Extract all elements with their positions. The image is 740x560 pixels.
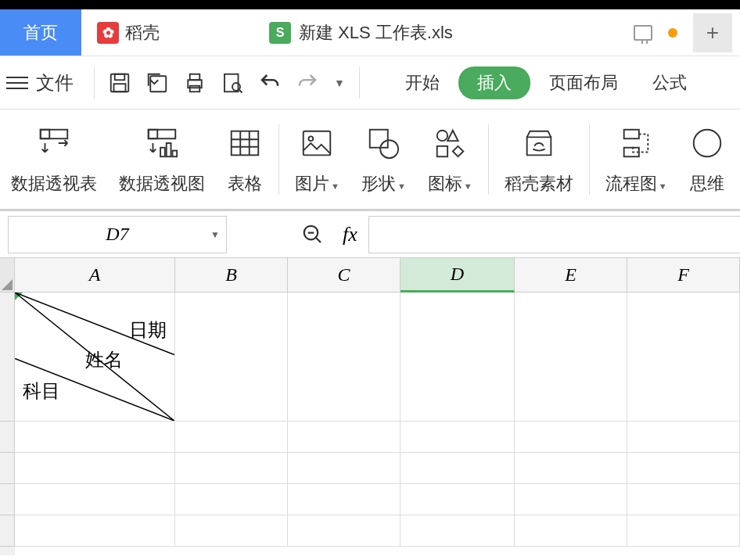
cell[interactable] (627, 422, 740, 453)
zoom-icon[interactable] (297, 219, 329, 250)
print-button[interactable] (179, 67, 210, 99)
col-header-d[interactable]: D (401, 258, 515, 293)
mindmap-button[interactable]: 思维 (678, 124, 736, 196)
cell[interactable] (515, 515, 627, 547)
row-header-5[interactable] (0, 515, 15, 547)
svg-rect-12 (149, 129, 158, 138)
col-header-e[interactable]: E (515, 258, 627, 293)
cell[interactable] (401, 422, 515, 453)
cell[interactable] (175, 515, 288, 547)
xls-file-icon: S (269, 22, 291, 44)
svg-rect-22 (437, 145, 447, 156)
svg-rect-24 (624, 147, 639, 156)
formula-input[interactable] (368, 216, 740, 253)
cell[interactable] (515, 484, 627, 515)
tab-docer[interactable]: ✿ 稻壳 (81, 9, 175, 56)
svg-rect-2 (114, 84, 126, 92)
ribbon-tab-insert[interactable]: 插入 (458, 66, 530, 99)
cell[interactable] (515, 293, 627, 422)
cell[interactable] (627, 515, 740, 547)
table-row: 日期 姓名 科目 (15, 293, 740, 422)
cell[interactable] (401, 293, 515, 422)
cell[interactable] (15, 484, 175, 515)
undo-button[interactable] (254, 67, 286, 99)
cell-a1-diagonal-header[interactable]: 日期 姓名 科目 (15, 293, 175, 422)
cell[interactable] (627, 484, 740, 515)
toolbar-dropdown-icon[interactable]: ▼ (334, 77, 345, 89)
ribbon-tab-formula[interactable]: 公式 (637, 71, 702, 95)
flowchart-button[interactable]: 流程图▼ (595, 124, 678, 196)
tab-file-label: 新建 XLS 工作表.xls (299, 21, 453, 45)
row-header-2[interactable] (0, 422, 15, 453)
redo-button[interactable] (292, 67, 323, 99)
svg-rect-14 (167, 143, 171, 156)
cell[interactable] (515, 453, 627, 484)
col-header-f[interactable]: F (627, 258, 740, 293)
svg-point-8 (232, 83, 240, 91)
ribbon-tab-start[interactable]: 开始 (390, 71, 455, 95)
row-header-4[interactable] (0, 484, 15, 515)
svg-point-18 (309, 136, 314, 141)
column-headers: A B C D E F (15, 258, 740, 293)
docer-icon: ✿ (97, 22, 119, 44)
cell[interactable] (175, 422, 288, 453)
save-as-button[interactable] (142, 67, 173, 99)
cell[interactable] (288, 484, 401, 515)
cell-ref-dropdown-icon[interactable]: ▼ (210, 229, 220, 240)
quick-toolbar: 文件 ▼ 开始 插入 页面布局 公式 (0, 56, 740, 109)
cell[interactable] (15, 453, 175, 484)
document-tabs-bar: 首页 ✿ 稻壳 S 新建 XLS 工作表.xls + (0, 9, 740, 56)
svg-rect-5 (190, 74, 200, 80)
cell[interactable] (627, 453, 740, 484)
row-header-1[interactable] (0, 293, 15, 422)
formula-bar: D7 ▼ fx (0, 211, 740, 258)
picture-button[interactable]: 图片▼ (284, 124, 350, 196)
flowchart-label: 流程图▼ (605, 172, 667, 196)
cell[interactable] (627, 293, 740, 422)
cell[interactable] (401, 515, 515, 547)
hamburger-menu-icon[interactable] (6, 77, 28, 89)
cell[interactable] (401, 484, 515, 515)
cell[interactable] (175, 484, 288, 515)
cell[interactable] (288, 422, 401, 453)
shapes-button[interactable]: 形状▼ (350, 124, 417, 196)
cell[interactable] (175, 453, 288, 484)
cell[interactable] (288, 293, 401, 422)
tab-current-file[interactable]: S 新建 XLS 工作表.xls (253, 9, 469, 56)
svg-rect-15 (172, 150, 177, 156)
cell[interactable] (288, 515, 401, 547)
divider (94, 67, 95, 99)
cell-reference-box[interactable]: D7 ▼ (8, 216, 227, 253)
new-tab-button[interactable]: + (693, 13, 732, 52)
col-header-a[interactable]: A (15, 258, 175, 293)
cell[interactable] (15, 515, 175, 547)
file-menu[interactable]: 文件 (36, 70, 74, 95)
col-header-c[interactable]: C (288, 258, 401, 293)
save-button[interactable] (104, 67, 135, 99)
table-button[interactable]: 表格 (216, 124, 274, 196)
status-dot-icon[interactable] (668, 28, 677, 38)
svg-rect-1 (115, 74, 125, 80)
spreadsheet-grid: A B C D E F 日期 姓名 科目 (0, 258, 740, 555)
icons-button[interactable]: 图标▼ (417, 124, 483, 196)
ribbon-tab-page-layout[interactable]: 页面布局 (533, 71, 634, 95)
table-row (15, 453, 740, 484)
presentation-icon[interactable] (634, 25, 652, 41)
divider (589, 124, 590, 195)
fx-label[interactable]: fx (343, 223, 357, 246)
shapes-label: 形状▼ (361, 172, 406, 196)
cell[interactable] (175, 293, 288, 422)
select-all-corner[interactable] (0, 258, 15, 293)
cell[interactable] (401, 453, 515, 484)
row-header-3[interactable] (0, 453, 15, 484)
col-header-b[interactable]: B (175, 258, 288, 293)
svg-rect-3 (150, 76, 166, 92)
tab-home[interactable]: 首页 (0, 9, 81, 56)
cell[interactable] (515, 422, 627, 453)
pivot-table-button[interactable]: 数据透视表 (0, 124, 108, 196)
docer-material-button[interactable]: 稻壳素材 (494, 124, 584, 196)
print-preview-button[interactable] (217, 67, 248, 99)
cell[interactable] (288, 453, 401, 484)
pivot-chart-button[interactable]: 数据透视图 (108, 124, 216, 196)
cell[interactable] (15, 422, 175, 453)
